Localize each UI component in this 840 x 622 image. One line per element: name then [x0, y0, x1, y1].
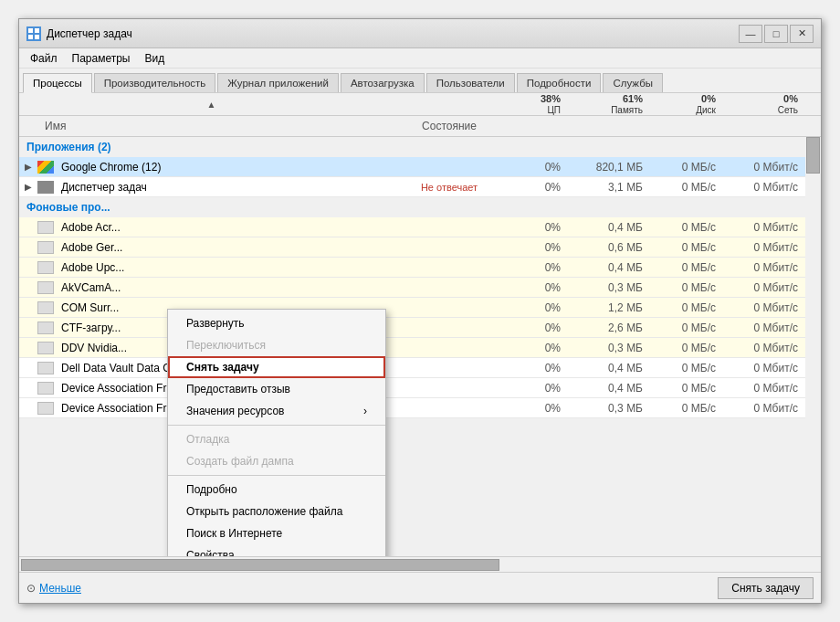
table-row[interactable]: Adobe Ger... 0% 0,6 МБ 0 МБ/с 0 Мбит/с	[19, 237, 805, 258]
process-mem: 0,4 МБ	[568, 382, 650, 395]
tab-users[interactable]: Пользователи	[426, 73, 515, 92]
process-name: Adobe Acr...	[58, 221, 404, 234]
table-row[interactable]: DDV Nvidia... 0% 0,3 МБ 0 МБ/с 0 Мбит/с	[19, 338, 805, 358]
tab-startup[interactable]: Автозагрузка	[341, 73, 425, 92]
bg-icon	[37, 301, 54, 314]
ctx-debug: Отладка	[168, 428, 385, 450]
tab-processes[interactable]: Процессы	[23, 73, 92, 93]
process-cpu: 0%	[495, 281, 568, 294]
tab-services[interactable]: Службы	[603, 73, 663, 92]
apps-section-header: Приложения (2)	[19, 137, 805, 157]
horiz-scrollbar-thumb[interactable]	[21, 559, 499, 571]
ctx-expand[interactable]: Развернуть	[168, 312, 385, 334]
tab-details[interactable]: Подробности	[517, 73, 602, 92]
col-header-status[interactable]: Состояние	[404, 118, 495, 134]
disk-stat: 0% Диск	[650, 93, 723, 115]
net-stat: 0% Сеть	[723, 93, 805, 115]
process-disk: 0 МБ/с	[650, 402, 723, 415]
bg-icon	[37, 362, 54, 374]
process-mem: 0,4 МБ	[568, 362, 650, 374]
content-area: ▲ 38% ЦП 61% Память 0% Диск 0% Сеть	[19, 93, 821, 572]
svg-rect-0	[28, 28, 33, 33]
horizontal-scrollbar[interactable]	[19, 556, 821, 572]
process-cpu: 0%	[495, 221, 568, 234]
bg-icon	[37, 281, 54, 294]
process-mem: 0,3 МБ	[568, 402, 650, 415]
menu-params[interactable]: Параметры	[65, 50, 138, 67]
process-cpu: 0%	[495, 382, 568, 395]
table-container: Приложения (2) ▶ Google Chrome (12) 0% 8…	[19, 137, 821, 556]
status-right: Снять задачу	[718, 577, 814, 599]
ctx-properties[interactable]: Свойства	[168, 544, 385, 556]
process-mem: 2,6 МБ	[568, 322, 650, 334]
table-row[interactable]: Device Association Framework Provider Ho…	[19, 378, 805, 398]
tabs-bar: Процессы Производительность Журнал прило…	[19, 69, 821, 93]
ctx-open-location[interactable]: Открыть расположение файла	[168, 501, 385, 522]
bg-icon	[37, 221, 54, 234]
title-bar: Диспетчер задач — □ ✕	[19, 19, 821, 48]
table-row[interactable]: Dell Data Vault Data Collector Service A…	[19, 358, 805, 378]
col-header-name[interactable]: Имя	[37, 118, 404, 134]
ctx-details[interactable]: Подробно	[168, 479, 385, 501]
process-net: 0 Мбит/с	[723, 301, 805, 314]
process-mem: 1,2 МБ	[568, 301, 650, 314]
process-net: 0 Мбит/с	[723, 241, 805, 254]
expand-icon[interactable]: ▶	[19, 182, 37, 192]
table-row[interactable]: CTF-загру... 0% 2,6 МБ 0 МБ/с 0 Мбит/с	[19, 318, 805, 338]
tab-apphistory[interactable]: Журнал приложений	[217, 73, 339, 92]
table-row[interactable]: AkVCamA... 0% 0,3 МБ 0 МБ/с 0 Мбит/с	[19, 278, 805, 298]
maximize-button[interactable]: □	[764, 25, 788, 43]
ctx-dump: Создать файл дампа	[168, 450, 385, 472]
process-net: 0 Мбит/с	[723, 221, 805, 234]
process-disk: 0 МБ/с	[650, 181, 723, 194]
process-name: Adobe Upc...	[58, 261, 404, 274]
col-header-disk[interactable]	[650, 118, 723, 134]
tab-performance[interactable]: Производительность	[94, 73, 216, 92]
ctx-resource-values[interactable]: Значения ресурсов ›	[168, 400, 385, 422]
less-label[interactable]: Меньше	[39, 582, 81, 595]
window-controls: — □ ✕	[739, 25, 814, 43]
process-net: 0 Мбит/с	[723, 261, 805, 274]
table-row[interactable]: Adobe Upc... 0% 0,4 МБ 0 МБ/с 0 Мбит/с	[19, 258, 805, 278]
table-row[interactable]: COM Surr... 0% 1,2 МБ 0 МБ/с 0 Мбит/с	[19, 298, 805, 318]
process-disk: 0 МБ/с	[650, 261, 723, 274]
process-net: 0 Мбит/с	[723, 362, 805, 374]
process-net: 0 Мбит/с	[723, 281, 805, 294]
process-net: 0 Мбит/с	[723, 181, 805, 194]
process-disk: 0 МБ/с	[650, 342, 723, 354]
scrollbar-thumb[interactable]	[806, 137, 820, 174]
scrollbar-track[interactable]	[805, 137, 821, 556]
process-disk: 0 МБ/с	[650, 382, 723, 395]
menu-file[interactable]: Файл	[23, 50, 65, 67]
menu-view[interactable]: Вид	[137, 50, 172, 67]
col-header-mem[interactable]	[568, 118, 650, 134]
process-net: 0 Мбит/с	[723, 342, 805, 354]
minimize-button[interactable]: —	[739, 25, 762, 43]
process-disk: 0 МБ/с	[650, 322, 723, 334]
process-cpu: 0%	[495, 241, 568, 254]
bg-icon	[37, 322, 54, 334]
window-title: Диспетчер задач	[47, 27, 739, 40]
process-disk: 0 МБ/с	[650, 281, 723, 294]
table-body[interactable]: Приложения (2) ▶ Google Chrome (12) 0% 8…	[19, 137, 821, 418]
end-task-button[interactable]: Снять задачу	[718, 577, 814, 599]
process-name: AkVCamA...	[58, 281, 404, 294]
ctx-end-task[interactable]: Снять задачу	[168, 356, 385, 378]
col-header-cpu[interactable]	[495, 118, 568, 134]
ctx-feedback[interactable]: Предоставить отзыв	[168, 378, 385, 400]
col-header-net[interactable]	[723, 118, 805, 134]
table-row[interactable]: ▶ Диспетчер задач Не отвечает 0% 3,1 МБ …	[19, 177, 805, 197]
process-disk: 0 МБ/с	[650, 241, 723, 254]
cpu-stat: 38% ЦП	[495, 93, 568, 115]
status-expand-btn[interactable]: ⊙ Меньше	[26, 582, 81, 595]
close-button[interactable]: ✕	[790, 25, 814, 43]
process-net: 0 Мбит/с	[723, 402, 805, 415]
expand-icon[interactable]: ▶	[19, 162, 37, 172]
table-row[interactable]: Adobe Acr... 0% 0,4 МБ 0 МБ/с 0 Мбит/с	[19, 217, 805, 237]
process-status: Не отвечает	[404, 182, 495, 193]
ctx-search-web[interactable]: Поиск в Интернете	[168, 522, 385, 544]
table-row[interactable]: ▶ Google Chrome (12) 0% 820,1 МБ 0 МБ/с …	[19, 157, 805, 177]
mem-stat: 61% Память	[568, 93, 650, 115]
task-manager-window: Диспетчер задач — □ ✕ Файл Параметры Вид…	[18, 18, 822, 604]
table-row[interactable]: Device Association Framework Provider Ho…	[19, 398, 805, 418]
